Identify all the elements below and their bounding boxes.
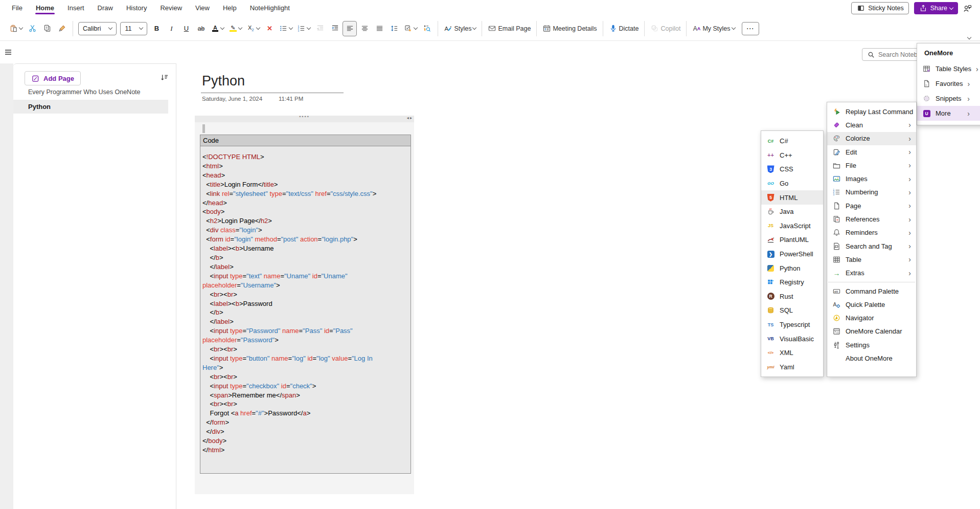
menu-item-c[interactable]: C# C# [761,134,823,148]
meeting-details-button[interactable]: Meeting Details [540,21,599,36]
strikethrough-button[interactable]: ab [194,21,208,36]
menu-item-references[interactable]: References › [827,212,916,226]
menu-item-typescript[interactable]: TS Typescript [761,318,823,332]
copilot-button[interactable]: Copilot [648,21,682,36]
decrease-indent-button[interactable] [313,21,327,36]
code-outline-container[interactable]: •••• ◂ ▸ Code <!DOCTYPE HTML><html><head… [195,116,414,494]
code-line: <body> [202,207,408,216]
menu-item-c[interactable]: ++ C++ [761,148,823,163]
menu-item-xml[interactable]: </> XML [761,346,823,360]
menu-item-file[interactable]: File › [827,159,916,172]
line-spacing-button[interactable] [387,21,401,36]
menu-item-onemore-calendar[interactable]: OneMore Calendar › [827,325,916,338]
add-page-label: Add Page [43,75,74,82]
menu-item-java[interactable]: Java [761,205,823,219]
menubar-tab-draw[interactable]: Draw [91,1,120,16]
clear-formatting-button[interactable]: ✕ [262,21,277,36]
menu-item-powershell[interactable]: ❯ PowerShell [761,247,823,261]
numbering-button[interactable]: 123 [295,21,312,36]
font-color-button[interactable]: A [209,21,226,36]
menu-item-clean[interactable]: Clean › [827,118,916,131]
menu-item-extras[interactable]: → Extras › [827,267,916,280]
menu-item-favorites[interactable]: Favorites › [917,76,980,91]
menubar-tab-view[interactable]: View [189,1,216,16]
menu-item-yaml[interactable]: yml Yaml [761,360,823,374]
menubar-tab-history[interactable]: History [120,1,153,16]
menubar-tab-notehighlight[interactable]: NoteHighlight [243,1,297,16]
todo-tag-button[interactable] [402,21,419,36]
people-icon[interactable] [963,4,972,12]
collapse-ribbon-icon[interactable] [967,35,971,39]
copy-button[interactable] [40,21,54,36]
cut-button[interactable] [25,21,39,36]
menu-item-about-onemore[interactable]: About OneMore › [827,351,916,365]
my-styles-button[interactable]: AAMy Styles [690,21,737,36]
menu-item-snippets[interactable]: Snippets › [917,91,980,106]
menu-item-colorize[interactable]: Colorize › [827,132,916,145]
menu-item-edit[interactable]: Edit › [827,145,916,159]
bold-button[interactable]: B [149,21,164,36]
ribbon-overflow-button[interactable]: ⋯ [742,22,759,35]
menu-item-python[interactable]: Python [761,261,823,275]
menu-item-registry[interactable]: Registry [761,275,823,290]
align-justify-button[interactable] [372,21,386,36]
submenu-arrow-icon: › [908,270,911,277]
outline-nav-arrows-icon[interactable]: ◂ ▸ [407,116,412,120]
sticky-notes-button[interactable]: Sticky Notes [851,2,908,14]
menu-item-more[interactable]: U More › [917,106,980,121]
menu-item-quick-palette[interactable]: A Quick Palette › [827,298,916,311]
subscript-button[interactable]: X2 [244,21,262,36]
add-page-button[interactable]: Add Page [25,71,81,85]
align-left-button[interactable] [343,21,357,36]
align-center-button[interactable] [357,21,372,36]
page-date: Saturday, June 1, 2024 [202,96,262,102]
menu-item-visualbasic[interactable]: VB VisualBasic [761,331,823,346]
email-page-button[interactable]: Email Page [486,21,533,36]
menu-item-table[interactable]: Table › [827,253,916,266]
html5-icon: 5 [766,193,775,202]
menu-item-plantuml[interactable]: PlantUML [761,233,823,247]
find-tags-button[interactable] [420,21,434,36]
sidebar-page-python[interactable]: Python [13,100,168,114]
code-block[interactable]: Code <!DOCTYPE HTML><html><head> <title>… [200,135,411,474]
menubar-tab-insert[interactable]: Insert [61,1,91,16]
menu-item-search-and-tag[interactable]: Search and Tag › [827,239,916,253]
menu-item-label: Favorites [936,80,963,87]
menu-item-page[interactable]: Page › [827,199,916,212]
underline-button[interactable]: U [179,21,193,36]
hamburger-icon[interactable] [3,47,13,57]
divider [686,21,687,36]
menubar-tab-help[interactable]: Help [216,1,243,16]
menu-item-command-palette[interactable]: abl Command Palette › [827,284,916,298]
menubar-tab-file[interactable]: File [5,1,29,16]
menubar-tab-review[interactable]: Review [153,1,189,16]
menu-item-javascript[interactable]: JS JavaScript [761,219,823,233]
menu-item-images[interactable]: Images › [827,172,916,185]
menubar-tab-home[interactable]: Home [29,1,61,16]
menu-item-reminders[interactable]: Reminders › [827,226,916,239]
format-painter-button[interactable] [55,21,69,36]
menu-item-table-styles[interactable]: Table Styles › [917,61,980,76]
highlight-button[interactable]: ✎ [226,21,244,36]
paste-button[interactable] [7,21,25,36]
dictate-button[interactable]: Dictate [607,21,641,36]
increase-indent-button[interactable] [328,21,342,36]
menu-item-numbering[interactable]: 123 Numbering › [827,186,916,199]
font-name-select[interactable]: Calibri [78,22,117,35]
code-block-body[interactable]: <!DOCTYPE HTML><html><head> <title>Login… [200,146,411,473]
menu-item-go[interactable]: GO Go [761,176,823,191]
menu-item-navigator[interactable]: Navigator › [827,311,916,324]
menu-item-rust[interactable]: R Rust [761,290,823,304]
menu-item-sql[interactable]: SQL [761,303,823,318]
share-button[interactable]: Share [914,2,958,14]
bullets-button[interactable] [277,21,294,36]
menu-item-replay-last-command[interactable]: Replay Last Command › [827,105,916,118]
styles-button[interactable]: AStyles [442,21,478,36]
menu-item-css[interactable]: 3 CSS [761,162,823,176]
menu-item-html[interactable]: 5 HTML [761,190,823,205]
italic-button[interactable]: I [164,21,178,36]
menu-item-settings[interactable]: Settings › [827,338,916,351]
font-size-select[interactable]: 11 [120,22,147,35]
outline-drag-handle[interactable]: •••• ◂ ▸ [195,116,414,122]
sort-icon[interactable] [160,73,169,81]
